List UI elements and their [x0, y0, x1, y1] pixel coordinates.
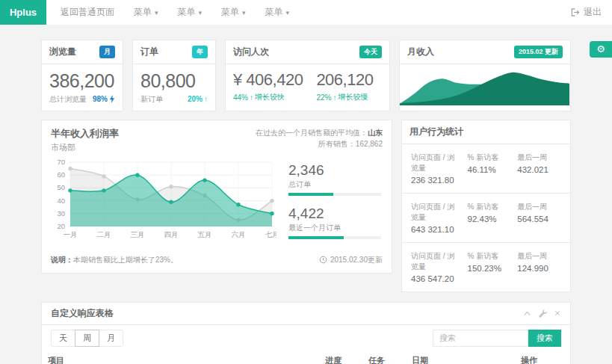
svg-text:50: 50	[57, 183, 65, 191]
period-badge[interactable]: 年	[192, 46, 208, 58]
theme-settings-button[interactable]: ⚙	[590, 41, 612, 58]
table-toolbar: 天 周 月 搜索	[42, 325, 570, 351]
total-orders-progress	[288, 193, 381, 196]
svg-text:五月: 五月	[198, 230, 212, 238]
chevron-down-icon: ▾	[286, 9, 290, 16]
stat-delta: 44% ↑ 增长较快	[233, 92, 303, 102]
visits-col-2: 206,120 22% ↑ 增长较慢	[316, 70, 373, 102]
chart-side-stats: 2,346 总订单 4,422 最近一个月订单	[276, 156, 383, 249]
card-monthly-income: 月收入 2015.02 更新	[399, 40, 571, 111]
range-button-group: 天 周 月	[51, 330, 123, 347]
svg-text:四月: 四月	[164, 230, 179, 238]
nav-links: 返回普通页面 菜单▾ 菜单▾ 菜单▾ 菜单▾	[46, 0, 299, 25]
user-stats-row: 访问页面 / 浏览量236 321.80 % 新访客46.11% 最后一周432…	[402, 144, 570, 194]
app-logo[interactable]: Hplus	[0, 0, 46, 25]
logout-label: 退出	[584, 6, 602, 19]
user-stats-row: 访问页面 / 浏览量643 321.10 % 新访客92.43% 最后一周564…	[402, 194, 570, 243]
svg-text:三月: 三月	[131, 230, 145, 238]
user-stats-row: 访问页面 / 浏览量436 547.20 % 新访客150.23% 最后一周12…	[402, 243, 570, 291]
sign-out-icon	[570, 7, 580, 17]
search-button[interactable]: 搜索	[528, 330, 561, 347]
user-stats-panel: 用户行为统计 访问页面 / 浏览量236 321.80 % 新访客46.11% …	[401, 120, 571, 292]
stat-value: 386,200	[49, 70, 115, 92]
month-orders-label: 最近一个月订单	[288, 223, 381, 233]
chart-updated: 2015.02.30更新	[319, 255, 383, 265]
chevron-down-icon: ▾	[199, 9, 203, 16]
chart-heading: 半年收入利润率 市场部	[51, 127, 119, 153]
period-badge[interactable]: 月	[99, 46, 115, 58]
up-arrow-icon: ↑	[204, 95, 208, 103]
chevron-down-icon: ▾	[242, 9, 246, 16]
gear-icon: ⚙	[596, 43, 605, 55]
stat-label: 最后一周	[517, 251, 561, 262]
wrench-icon[interactable]	[538, 309, 547, 318]
col-header-date[interactable]: 日期	[406, 351, 515, 364]
card-title: 订单	[140, 46, 158, 58]
panel-tools	[523, 309, 561, 318]
svg-text:七月: 七月	[265, 230, 277, 238]
col-header-progress[interactable]: 进度	[319, 351, 362, 364]
stat-delta: 98%	[93, 95, 115, 103]
menu-dropdown-2[interactable]: 菜单▾	[168, 6, 212, 19]
visits-col-1: ¥ 406,420 44% ↑ 增长较快	[233, 70, 303, 102]
profit-chart: 203040506070一月二月三月四月五月六月七月	[51, 156, 276, 240]
profit-chart-panel: 半年收入利润率 市场部 在过去的一个月销售额的平均值：山东 所有销售：162,8…	[41, 120, 392, 274]
stat-value: 432.021	[517, 165, 561, 174]
stat-label: 新订单	[140, 94, 163, 105]
total-orders-label: 总订单	[288, 179, 381, 190]
svg-text:二月: 二月	[97, 230, 111, 238]
back-home-link[interactable]: 返回普通页面	[51, 6, 124, 19]
card-title: 浏览量	[49, 46, 76, 58]
menu-dropdown-1[interactable]: 菜单▾	[124, 6, 168, 19]
col-header-action[interactable]: 操作	[515, 351, 570, 364]
menu-dropdown-4[interactable]: 菜单▾	[256, 6, 300, 19]
search-group: 搜索	[433, 330, 561, 347]
month-orders-progress	[288, 236, 381, 239]
stat-value: 80,800	[140, 70, 208, 92]
period-badge[interactable]: 今天	[359, 46, 382, 58]
card-title: 访问人次	[233, 46, 269, 58]
bolt-icon	[109, 95, 115, 103]
svg-text:40: 40	[57, 196, 65, 204]
stat-value: 150.23%	[468, 264, 512, 273]
search-input[interactable]	[433, 330, 528, 347]
col-header-project[interactable]: 项目	[42, 351, 319, 364]
stat-value: ¥ 406,420	[233, 70, 303, 89]
stat-value: 436 547.20	[411, 274, 462, 283]
svg-text:一月: 一月	[64, 230, 78, 238]
stat-label: 最后一周	[517, 202, 561, 212]
total-orders-value: 2,346	[288, 162, 381, 179]
stat-value: 564.554	[517, 215, 561, 223]
stat-label: % 新访客	[468, 202, 512, 212]
close-icon[interactable]	[554, 309, 561, 317]
card-visits: 访问人次 今天 ¥ 406,420 44% ↑ 增长较快 206,120	[225, 40, 390, 111]
top-navbar: Hplus 返回普通页面 菜单▾ 菜单▾ 菜单▾ 菜单▾ 退出	[0, 0, 612, 25]
menu-label: 菜单	[265, 6, 283, 19]
svg-text:60: 60	[57, 170, 65, 179]
page-content: 浏览量 月 386,200 总计浏览量 98% 订单 年 80,	[0, 25, 612, 364]
stat-value: 46.11%	[468, 165, 512, 174]
clock-icon	[319, 256, 327, 264]
svg-text:30: 30	[57, 209, 65, 218]
card-page-views: 浏览量 月 386,200 总计浏览量 98%	[41, 40, 123, 111]
income-mini-chart	[400, 64, 569, 105]
stat-label: % 新访客	[468, 152, 512, 163]
svg-text:70: 70	[57, 158, 65, 166]
stat-label: 访问页面 / 浏览量	[411, 152, 462, 173]
range-button-day[interactable]: 天	[51, 330, 75, 347]
range-button-month[interactable]: 月	[99, 330, 123, 347]
updated-badge[interactable]: 2015.02 更新	[514, 46, 563, 58]
svg-text:六月: 六月	[232, 230, 246, 238]
stat-label: % 新访客	[468, 251, 512, 262]
range-button-week[interactable]: 周	[75, 330, 99, 347]
col-header-task[interactable]: 任务	[362, 351, 406, 364]
stat-delta: 22% ↑ 增长较慢	[316, 92, 373, 102]
logout-link[interactable]: 退出	[570, 6, 602, 19]
menu-dropdown-3[interactable]: 菜单▾	[211, 6, 256, 19]
chevron-down-icon: ▾	[155, 9, 158, 16]
nav-right: 退出	[570, 0, 612, 25]
collapse-icon[interactable]	[523, 309, 531, 317]
chart-subtitle: 市场部	[51, 142, 119, 153]
stat-value: 236 321.80	[411, 176, 462, 185]
panel-title: 自定义响应表格	[51, 307, 114, 320]
